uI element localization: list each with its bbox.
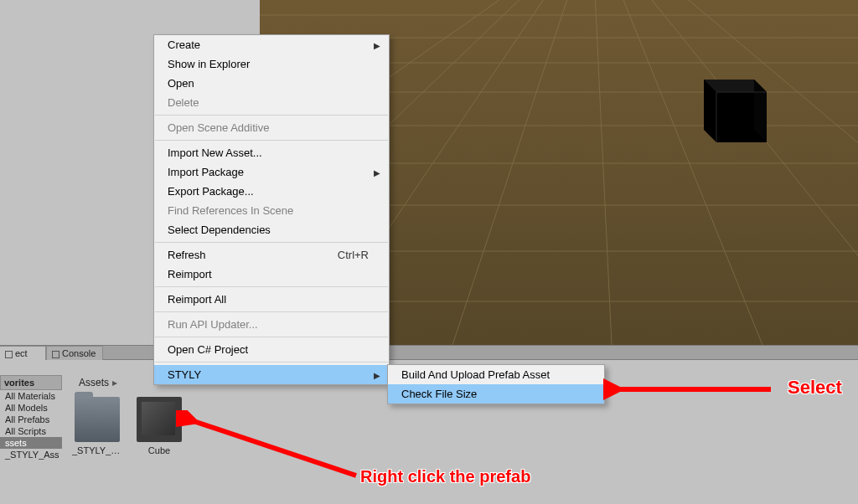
context-menu: Create▶ Show in Explorer Open Delete Ope… xyxy=(153,34,390,385)
asset-label: _STYLY_A... xyxy=(72,445,122,455)
favorite-item[interactable]: All Prefabs xyxy=(0,414,62,425)
tab-console[interactable]: Console xyxy=(46,346,103,361)
menu-separator xyxy=(155,337,388,337)
menu-styly[interactable]: STYLY▶ xyxy=(154,365,389,384)
menu-open[interactable]: Open xyxy=(154,74,389,93)
shortcut-label: Ctrl+R xyxy=(338,248,369,262)
project-sidebar: vorites All Materials All Models All Pre… xyxy=(0,375,62,504)
annotation-arrow xyxy=(176,410,369,486)
chevron-right-icon: ▶ xyxy=(374,39,380,53)
tab-project[interactable]: ect xyxy=(0,346,46,361)
tab-console-label: Console xyxy=(62,348,96,358)
chevron-right-icon: ▸ xyxy=(112,377,117,388)
submenu-check-file-size[interactable]: Check File Size xyxy=(388,384,604,404)
menu-open-csharp-project[interactable]: Open C# Project xyxy=(154,340,389,359)
chevron-right-icon: ▶ xyxy=(374,368,380,383)
menu-separator xyxy=(155,362,388,363)
menu-export-package[interactable]: Export Package... xyxy=(154,182,389,201)
folder-icon xyxy=(75,397,120,442)
menu-import-new-asset[interactable]: Import New Asset... xyxy=(154,143,389,162)
chevron-right-icon: ▶ xyxy=(374,166,380,180)
menu-refresh[interactable]: RefreshCtrl+R xyxy=(154,245,389,265)
submenu-build-upload-prefab[interactable]: Build And Upload Prefab Asset xyxy=(388,365,604,384)
asset-folder-item[interactable]: _STYLY_Ass xyxy=(0,449,62,460)
menu-reimport-all[interactable]: Reimport All xyxy=(154,290,389,309)
menu-separator xyxy=(155,140,388,141)
annotation-arrow xyxy=(603,377,788,402)
svg-line-24 xyxy=(191,420,356,476)
annotation-select-label: Select xyxy=(788,377,842,399)
favorite-item[interactable]: All Scripts xyxy=(0,425,62,437)
favorite-item[interactable]: All Models xyxy=(0,402,62,414)
menu-show-in-explorer[interactable]: Show in Explorer xyxy=(154,54,389,74)
panel-tab-bar: ect Console xyxy=(0,345,858,360)
favorite-item[interactable]: All Materials xyxy=(0,390,62,402)
asset-thumbnail-folder[interactable]: _STYLY_A... xyxy=(72,397,122,455)
menu-separator xyxy=(155,242,388,243)
menu-open-scene-additive: Open Scene Additive xyxy=(154,118,389,137)
breadcrumb[interactable]: Assets▸ xyxy=(79,377,117,388)
menu-reimport[interactable]: Reimport xyxy=(154,265,389,284)
menu-separator xyxy=(155,115,388,116)
scene-cube-object xyxy=(704,80,767,142)
favorites-header[interactable]: vorites xyxy=(0,375,62,390)
menu-find-references: Find References In Scene xyxy=(154,201,389,220)
breadcrumb-root: Assets xyxy=(79,377,109,388)
menu-delete: Delete xyxy=(154,93,389,112)
cube-prefab-icon xyxy=(137,397,182,442)
menu-create[interactable]: Create▶ xyxy=(154,35,389,54)
context-submenu-styly: Build And Upload Prefab Asset Check File… xyxy=(387,364,605,404)
menu-import-package[interactable]: Import Package▶ xyxy=(154,162,389,182)
menu-select-dependencies[interactable]: Select Dependencies xyxy=(154,220,389,239)
menu-separator xyxy=(155,311,388,312)
annotation-right-click-label: Right click the prefab xyxy=(360,467,530,486)
assets-header[interactable]: ssets xyxy=(0,437,62,449)
menu-separator xyxy=(155,286,388,287)
tab-project-label: ect xyxy=(15,348,28,358)
menu-run-api-updater: Run API Updater... xyxy=(154,315,389,334)
